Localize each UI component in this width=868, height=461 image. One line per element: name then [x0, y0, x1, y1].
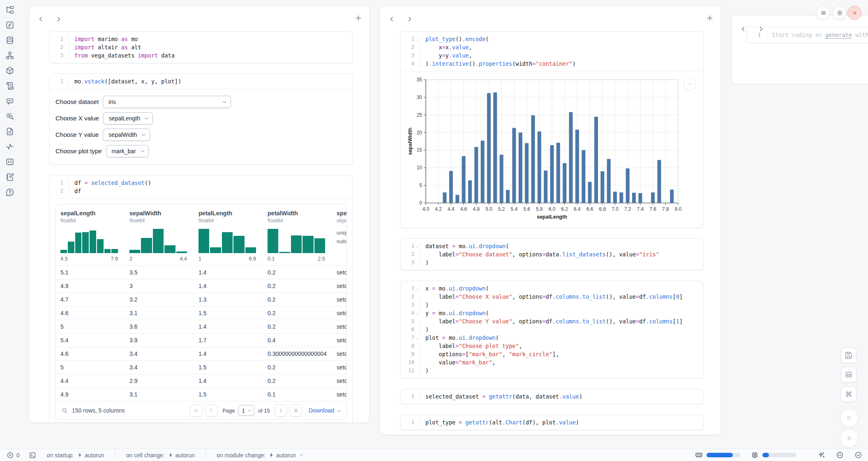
fold-chevron-icon[interactable]: ⌄	[414, 35, 420, 43]
code-line[interactable]: 1selected_dataset = getattr(data, datase…	[401, 392, 703, 401]
panel-prev-button[interactable]	[37, 16, 44, 23]
shortcuts-button[interactable]	[841, 386, 856, 402]
code-line[interactable]: 11)	[401, 366, 703, 375]
code-editor[interactable]: 1import marimo as mo2import altair as al…	[50, 32, 352, 63]
code-line[interactable]: 1import marimo as mo	[50, 35, 352, 43]
table-row[interactable]: 4.63.41.40.30000000000000004setosa	[55, 347, 346, 360]
stop-button[interactable]	[840, 409, 858, 427]
code-line[interactable]: 2 x=x.value,	[401, 43, 703, 51]
sidebar-activity-button[interactable]	[5, 142, 15, 152]
code-editor[interactable]: 1⌄x = mo.ui.dropdown(2 label="Choose X v…	[401, 281, 703, 378]
dataframe-cell[interactable]: 1df = selected_dataset()2df sepalLengthf…	[49, 175, 353, 423]
table-row[interactable]: 4.931.40.2setosa	[55, 279, 346, 293]
bar-chart[interactable]: 4.04.24.44.64.85.05.25.45.65.86.06.26.46…	[406, 76, 697, 224]
fold-chevron-icon[interactable]: ⌄	[414, 309, 420, 317]
panel-next-button[interactable]	[757, 25, 764, 32]
code-line[interactable]: 3)	[401, 258, 703, 267]
save-button[interactable]	[841, 348, 856, 363]
run-config-item[interactable]: on cell change:autorun	[126, 452, 195, 459]
panel-next-button[interactable]	[406, 16, 413, 23]
plot-type-cell[interactable]: 1plot_type = getattr(alt.Chart(df), plot…	[400, 415, 704, 430]
selected-dataset-cell[interactable]: 1selected_dataset = getattr(data, datase…	[400, 389, 704, 404]
code-placeholder[interactable]: Start coding or generate with AI	[766, 31, 868, 39]
download-button[interactable]: Download	[309, 407, 342, 414]
table-row[interactable]: 5.13.51.40.2setosa	[55, 265, 346, 279]
search-icon[interactable]	[61, 407, 68, 414]
run-config-item[interactable]: on startup:autorun	[47, 452, 104, 459]
sidebar-code-block-button[interactable]	[5, 157, 15, 167]
code-editor[interactable]: 1⌄dataset = mo.ui.dropdown(2 label="Choo…	[401, 239, 703, 270]
column-header-sepalLength[interactable]: sepalLengthfloat644.37.9	[55, 210, 125, 262]
code-editor[interactable]: 1plot_type = getattr(alt.Chart(df), plot…	[401, 415, 703, 430]
generate-with-ai-link[interactable]: generate	[825, 32, 852, 38]
table-row[interactable]: 53.61.40.2setosa	[55, 320, 346, 333]
code-line[interactable]: 4).interactive().properties(width="conta…	[401, 60, 703, 68]
sidebar-chat-bot-button[interactable]	[5, 97, 15, 106]
code-line[interactable]: 1df = selected_dataset()	[50, 179, 352, 187]
code-line[interactable]: 10 value="mark_bar",	[401, 358, 703, 366]
plot-type-select[interactable]: mark_bar	[106, 145, 149, 157]
code-line[interactable]: 5 label="Choose Y value", options=df.col…	[401, 317, 703, 325]
code-line[interactable]: 1⌄dataset = mo.ui.dropdown(	[401, 242, 703, 250]
ai-sparkles-icon[interactable]	[817, 451, 825, 459]
xy-plot-dropdowns-cell[interactable]: 1⌄x = mo.ui.dropdown(2 label="Choose X v…	[400, 281, 704, 378]
table-row[interactable]: 4.42.91.40.2setosa	[55, 374, 346, 387]
run-config-item[interactable]: on module change:autorun	[217, 452, 304, 459]
terminal-icon[interactable]	[29, 452, 36, 459]
sidebar-file-text-button[interactable]	[5, 127, 15, 137]
next-page-button[interactable]	[275, 404, 287, 417]
code-editor[interactable]: 1selected_dataset = getattr(data, datase…	[401, 389, 703, 404]
layout-button[interactable]	[841, 367, 856, 383]
page-select[interactable]: 1	[238, 405, 254, 416]
sidebar-function-square-button[interactable]	[5, 21, 15, 30]
sidebar-scratchpad-button[interactable]	[5, 173, 15, 182]
x-value-select[interactable]: sepalLength	[103, 112, 153, 124]
code-line[interactable]: 2 label="Choose X value", options=df.col…	[401, 293, 703, 301]
code-line[interactable]: 1mo.vstack([dataset, x, y, plot])	[50, 77, 352, 85]
code-line[interactable]: 1⌄x = mo.ui.dropdown(	[401, 284, 703, 293]
imports-cell[interactable]: 1import marimo as mo2import altair as al…	[49, 31, 353, 63]
code-line[interactable]: 9 options=["mark_bar", "mark_circle"],	[401, 350, 703, 358]
settings-button[interactable]	[833, 6, 847, 20]
code-line[interactable]: 6)	[401, 325, 703, 334]
connection-status-icon[interactable]	[854, 451, 862, 459]
code-line[interactable]: 7⌄plot = mo.ui.dropdown(	[401, 334, 703, 342]
sidebar-dependency-graph-button[interactable]	[5, 51, 15, 61]
add-cell-button[interactable]	[354, 14, 363, 23]
column-header-sepalWidth[interactable]: sepalWidthfloat6424.4	[125, 210, 194, 262]
code-editor[interactable]: 1⌄plot_type().encode(2 x=x.value,3 y=y.v…	[401, 32, 703, 71]
table-row[interactable]: 4.63.11.50.2setosa	[55, 306, 346, 320]
fold-chevron-icon[interactable]: ⌄	[414, 334, 420, 342]
code-line[interactable]: 2 label="Choose dataset", options=data.l…	[401, 250, 703, 258]
sidebar-list-search-button[interactable]	[5, 112, 15, 122]
sidebar-file-tree-button[interactable]	[5, 5, 15, 15]
prev-page-button[interactable]	[205, 404, 217, 417]
chart-menu-button[interactable]	[683, 78, 696, 90]
fold-chevron-icon[interactable]: ⌄	[414, 242, 420, 250]
panel-prev-button[interactable]	[740, 25, 747, 32]
sidebar-help-button[interactable]	[5, 188, 15, 198]
code-line[interactable]: 1⌄plot_type().encode(	[401, 35, 703, 43]
copilot-icon[interactable]	[836, 451, 844, 459]
empty-cell[interactable]: 1 Start coding or generate with AI	[747, 27, 868, 43]
dataset-select[interactable]: iris	[103, 96, 231, 108]
sidebar-package-button[interactable]	[5, 66, 15, 76]
close-panel-button[interactable]	[847, 6, 861, 20]
first-page-button[interactable]	[190, 404, 202, 417]
table-row[interactable]: 4.93.11.50.1setosa	[55, 387, 346, 401]
sidebar-database-button[interactable]	[5, 36, 15, 46]
dataset-dropdown-cell[interactable]: 1⌄dataset = mo.ui.dropdown(2 label="Choo…	[400, 238, 704, 270]
panel-next-button[interactable]	[55, 16, 62, 23]
code-line[interactable]: 8 label="Choose plot type",	[401, 342, 703, 350]
code-line[interactable]: 1plot_type = getattr(alt.Chart(df), plot…	[401, 418, 703, 426]
code-line[interactable]: 4⌄y = mo.ui.dropdown(	[401, 309, 703, 317]
add-cell-button[interactable]	[705, 14, 714, 23]
column-header-petalWidth[interactable]: petalWidthfloat640.12.5	[263, 210, 332, 262]
code-editor[interactable]: 1mo.vstack([dataset, x, y, plot])	[50, 74, 352, 89]
column-header-petalLength[interactable]: petalLengthfloat6416.9	[194, 210, 263, 262]
fold-chevron-icon[interactable]: ⌄	[414, 284, 420, 293]
menu-button[interactable]	[816, 6, 830, 20]
code-line[interactable]: 3 y=y.value,	[401, 51, 703, 60]
panel-prev-button[interactable]	[388, 16, 395, 23]
y-value-select[interactable]: sepalWidth	[103, 129, 150, 141]
